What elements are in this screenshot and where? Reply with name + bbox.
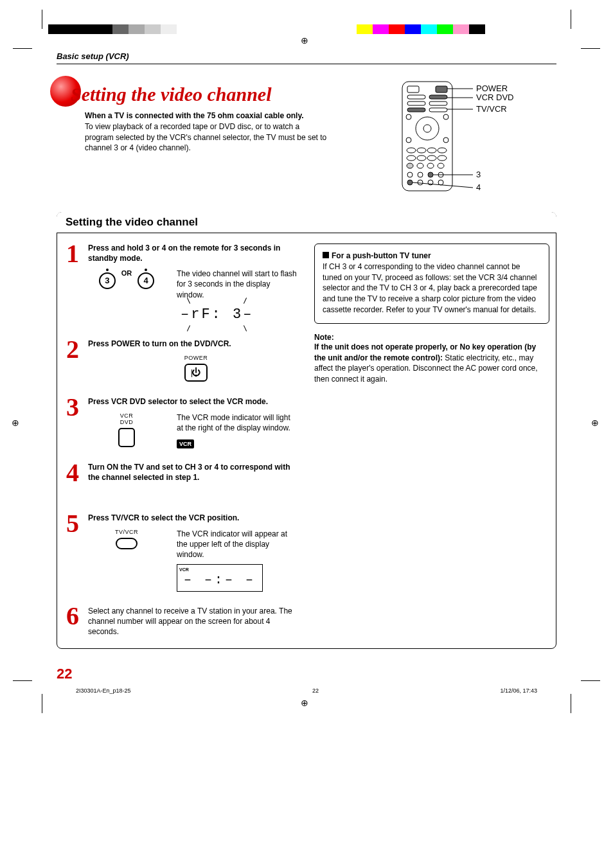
power-button-icon bbox=[184, 364, 208, 382]
steps-column: 1 Press and hold 3 or 4 on the remote fo… bbox=[64, 244, 299, 641]
step-6: 6 Select any channel to receive a TV sta… bbox=[64, 606, 299, 637]
crop-mark-icon bbox=[13, 680, 32, 681]
step-desc: The video channel will start to flash fo… bbox=[177, 269, 299, 300]
vcr-dvd-button-label: VCR DVD bbox=[88, 412, 165, 425]
svg-point-10 bbox=[423, 125, 431, 132]
svg-point-22 bbox=[438, 155, 447, 161]
svg-point-21 bbox=[427, 155, 436, 161]
svg-point-19 bbox=[407, 155, 416, 161]
power-button-label: POWER bbox=[93, 355, 299, 361]
footer-left: 2I30301A-En_p18-25 bbox=[76, 687, 131, 694]
pushbox-body: If CH 3 or 4 corresponding to the video … bbox=[323, 261, 541, 315]
step-3: 3 Press VCR DVD selector to select the V… bbox=[64, 397, 299, 448]
page-title: Setting the video channel bbox=[57, 84, 556, 105]
svg-point-26 bbox=[438, 163, 444, 168]
step-number: 1 bbox=[64, 244, 82, 325]
svg-point-16 bbox=[417, 148, 426, 153]
tv-vcr-button-label: TV/VCR bbox=[88, 529, 165, 535]
display-vcr-tag: VCR bbox=[179, 567, 189, 572]
svg-point-17 bbox=[427, 148, 436, 153]
step-2: 2 Press POWER to turn on the DVD/VCR. PO… bbox=[64, 339, 299, 383]
footer-mid: 22 bbox=[312, 687, 319, 694]
svg-point-14 bbox=[443, 137, 449, 143]
intro-bold: When a TV is connected with the 75 ohm c… bbox=[85, 111, 304, 120]
section-frame: Setting the video channel 1 Press and ho… bbox=[57, 212, 556, 649]
divider bbox=[57, 64, 556, 64]
page-number: 22 bbox=[57, 666, 556, 682]
svg-point-27 bbox=[407, 172, 413, 177]
color-calibration-bars bbox=[0, 0, 613, 39]
intro-text: When a TV is connected with the 75 ohm c… bbox=[85, 111, 329, 154]
square-bullet-icon bbox=[323, 252, 329, 258]
step-heading: Press TV/VCR to select the VCR position. bbox=[88, 513, 299, 524]
svg-point-32 bbox=[418, 180, 423, 185]
display-window-icon: VCR – –:– – bbox=[177, 564, 263, 592]
tv-vcr-button-icon bbox=[116, 538, 138, 549]
svg-point-31 bbox=[407, 180, 413, 185]
registration-mark-icon: ⊕ bbox=[12, 418, 19, 428]
svg-point-18 bbox=[438, 148, 447, 153]
svg-point-24 bbox=[417, 163, 423, 168]
svg-point-15 bbox=[407, 148, 416, 153]
step-5: 5 Press TV/VCR to select the VCR positio… bbox=[64, 513, 299, 591]
svg-point-34 bbox=[438, 180, 443, 185]
step-number: 5 bbox=[64, 513, 82, 591]
registration-mark-icon: ⊕ bbox=[591, 418, 599, 428]
push-button-tuner-box: For a push-button TV tuner If CH 3 or 4 … bbox=[314, 244, 549, 324]
step-1: 1 Press and hold 3 or 4 on the remote fo… bbox=[64, 244, 299, 325]
vcr-badge-icon: VCR bbox=[177, 439, 194, 448]
remote-label-4: 4 bbox=[476, 182, 481, 192]
svg-point-13 bbox=[406, 137, 411, 143]
display-readout: –rF: 3– bbox=[177, 304, 257, 326]
or-label: OR bbox=[121, 269, 132, 277]
step-desc: The VCR mode indicator will light at the… bbox=[177, 412, 299, 433]
note-block: Note: If the unit does not operate prope… bbox=[314, 333, 549, 385]
remote-label-tvvcr: TV/VCR bbox=[476, 104, 507, 114]
breadcrumb: Basic setup (VCR) bbox=[57, 51, 556, 61]
vcr-dvd-button-icon bbox=[118, 428, 135, 447]
step-desc: The VCR indicator will appear at the upp… bbox=[177, 529, 299, 560]
svg-point-12 bbox=[443, 114, 449, 120]
step-heading: Press POWER to turn on the DVD/VCR. bbox=[88, 339, 299, 350]
step-heading: Turn ON the TV and set to CH 3 or 4 to c… bbox=[88, 463, 299, 483]
crop-mark-icon bbox=[13, 48, 32, 49]
intro-body: To view playback of a recorded tape or D… bbox=[85, 122, 326, 153]
display-segment: – –:– – bbox=[184, 571, 256, 589]
pushbox-heading: For a push-button TV tuner bbox=[332, 251, 431, 260]
step-number: 6 bbox=[64, 606, 82, 637]
button-3-icon: 3 bbox=[99, 272, 116, 289]
step-heading: Select any channel to receive a TV stati… bbox=[88, 606, 299, 637]
section-title: Setting the video channel bbox=[57, 212, 556, 233]
svg-point-23 bbox=[407, 163, 413, 168]
button-4-icon: 4 bbox=[138, 272, 154, 289]
footer: 2I30301A-En_p18-25 22 1/12/06, 17:43 bbox=[76, 687, 537, 694]
svg-point-11 bbox=[406, 114, 411, 120]
step-number: 4 bbox=[64, 463, 82, 488]
registration-mark-icon: ⊕ bbox=[301, 698, 308, 708]
step1-buttons: 3 OR 4 bbox=[88, 269, 165, 289]
crop-mark-icon bbox=[42, 694, 42, 713]
notes-column: For a push-button TV tuner If CH 3 or 4 … bbox=[314, 244, 549, 641]
svg-point-29 bbox=[428, 172, 433, 177]
svg-point-25 bbox=[427, 163, 434, 168]
seven-segment: –rF: 3– bbox=[177, 304, 257, 326]
svg-point-20 bbox=[417, 155, 426, 161]
page: ⊕ ⊕ ⊕ Basic setup (VCR) Setting the vide… bbox=[0, 0, 613, 720]
note-label: Note: bbox=[314, 333, 549, 342]
step-4: 4 Turn ON the TV and set to CH 3 or 4 to… bbox=[64, 463, 299, 488]
step-heading: Press VCR DVD selector to select the VCR… bbox=[88, 397, 299, 407]
footer-right: 1/12/06, 17:43 bbox=[500, 687, 537, 694]
crop-mark-icon bbox=[581, 680, 600, 681]
remote-label-3: 3 bbox=[476, 170, 481, 179]
svg-rect-8 bbox=[429, 108, 447, 112]
crop-mark-icon bbox=[571, 694, 571, 713]
crop-mark-icon bbox=[581, 48, 600, 49]
step-heading: Press and hold 3 or 4 on the remote for … bbox=[88, 244, 299, 263]
svg-rect-7 bbox=[407, 108, 425, 112]
svg-point-28 bbox=[418, 172, 423, 177]
step-number: 2 bbox=[64, 339, 82, 383]
step-number: 3 bbox=[64, 397, 82, 448]
